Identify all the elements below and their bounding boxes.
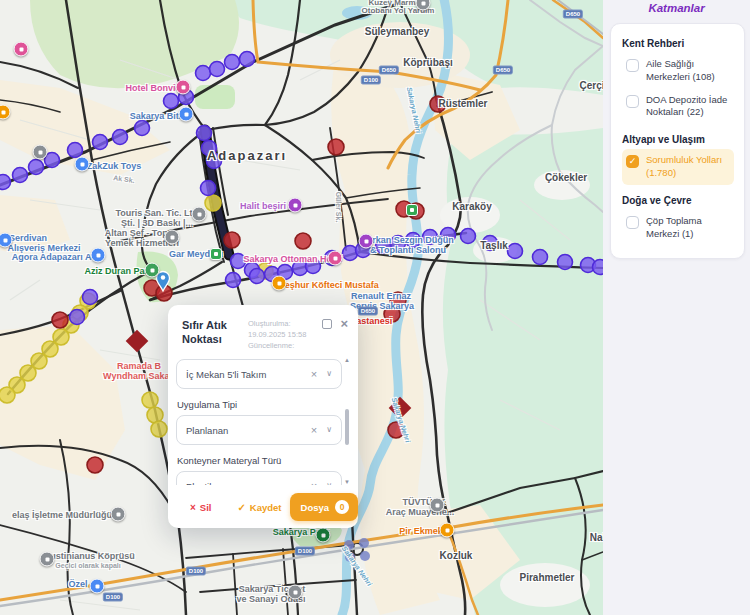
poi-hotel-bonvie-icon[interactable] xyxy=(176,80,191,95)
map-label: Özel xyxy=(68,579,87,589)
road-shield: D650 xyxy=(493,66,513,75)
poi-ozel-icon[interactable] xyxy=(90,579,105,594)
map-label: Süleymanbey xyxy=(365,26,429,37)
map-label: Renault Ernaz xyxy=(351,291,411,301)
checkbox-icon[interactable] xyxy=(626,59,639,72)
layer-label: DOA Depozito İade Noktaları (22) xyxy=(646,94,730,120)
map-label: Touris San. Tic. Ltd. xyxy=(115,208,200,218)
field-label: Konteyner Materyal Türü xyxy=(177,455,342,466)
poi-isletme-mudurlugu-icon[interactable] xyxy=(111,507,126,522)
poi-aziz-duran-parki-icon[interactable] xyxy=(145,263,160,278)
map-label: Güler Sk. xyxy=(335,192,342,223)
popup-form-scroll-area[interactable]: Konteyner Ebadıİç Mekan 5'li Takım×∨Uygu… xyxy=(176,357,352,485)
poi-erkan-sezgin-salon-icon[interactable] xyxy=(359,234,374,249)
select-value: İç Mekan 5'li Takım xyxy=(186,369,266,380)
road-shield: D100 xyxy=(186,567,206,576)
poi-tuvturk-icon[interactable] xyxy=(430,498,445,513)
poi-justinianus-koprusu-icon[interactable] xyxy=(40,552,55,567)
select-field[interactable]: Planlanan×∨ xyxy=(176,415,342,445)
scroll-down-icon[interactable]: ▼ xyxy=(344,479,350,485)
file-count-badge: 0 xyxy=(335,500,349,514)
delete-button[interactable]: × Sil xyxy=(186,498,215,517)
clear-icon[interactable]: × xyxy=(311,425,317,435)
layer-toggle-row[interactable]: Çöp Toplama Merkezi (1) xyxy=(622,210,734,246)
map-label: Köprübaşı xyxy=(403,57,452,68)
map-label: ZakZuk Toys xyxy=(87,161,141,171)
app-root: AdapazarıSüleymanbeyKöprübaşıRüstemlerÇe… xyxy=(0,0,750,615)
clear-icon[interactable]: × xyxy=(311,369,317,379)
poi-orange-left-icon[interactable] xyxy=(0,105,11,120)
sidebar-title: Katmanlar xyxy=(603,2,750,14)
road-shield: D650 xyxy=(358,307,378,316)
checkbox-icon[interactable] xyxy=(626,95,639,108)
map-label: Sakarya Nehri xyxy=(341,545,374,587)
poi-zakzuk-toys-icon[interactable] xyxy=(75,157,90,172)
expand-icon[interactable] xyxy=(322,319,332,329)
map-label: Halit beşiri xyxy=(240,201,286,211)
map-label: Geçici olarak kapalı xyxy=(55,562,120,569)
map-label: Rüstemler xyxy=(439,98,488,109)
select-field[interactable]: Plastik×∨ xyxy=(176,471,342,485)
save-check-icon: ✓ xyxy=(237,502,245,513)
checkbox-icon[interactable] xyxy=(626,216,639,229)
scrollbar-thumb[interactable] xyxy=(345,409,349,445)
map-label: Adapazarı xyxy=(207,148,287,163)
file-button[interactable]: Dosya 0 xyxy=(290,493,359,521)
layer-label: Çöp Toplama Merkezi (1) xyxy=(646,215,730,241)
scroll-up-icon[interactable]: ▲ xyxy=(344,357,350,363)
chevron-down-icon[interactable]: ∨ xyxy=(326,482,332,485)
map-label: Nak xyxy=(590,532,603,543)
map-label: Çerçi xyxy=(579,80,603,91)
map-label: Taşlık xyxy=(480,240,508,251)
map-label: Çökekler xyxy=(545,172,587,183)
poi-sakarya-ottoman-hotel-icon[interactable] xyxy=(328,251,343,266)
road-shield: D650 xyxy=(379,66,399,75)
popup-meta: Oluşturulma: 19.09.2025 15:58 Güncellenm… xyxy=(248,318,306,351)
poi-sakarya-bit-icon[interactable] xyxy=(179,107,194,122)
map-label: & Toplantı Salonu xyxy=(370,245,446,255)
chevron-down-icon[interactable]: ∨ xyxy=(326,426,332,434)
map-label: Şti. | 3D Baskı |... xyxy=(121,218,193,228)
road-shield: D100 xyxy=(295,547,315,556)
select-value: Plastik xyxy=(186,481,214,486)
poi-sigorta-icon[interactable] xyxy=(33,145,48,160)
layer-label: Sorumluluk Yolları (1.780) xyxy=(646,154,730,180)
field-label: Uygulama Tipi xyxy=(177,399,342,410)
poi-touris-3d-icon[interactable] xyxy=(192,207,207,222)
poi-hotel-icon[interactable] xyxy=(14,42,29,57)
created-value: 19.09.2025 15:58 xyxy=(248,329,306,340)
select-field[interactable]: İç Mekan 5'li Takım×∨ xyxy=(176,359,342,389)
chevron-down-icon[interactable]: ∨ xyxy=(326,370,332,378)
save-label: Kaydet xyxy=(250,502,282,513)
layer-toggle-row[interactable]: Aile Sağlığı Merkezleri (108) xyxy=(622,53,734,89)
map-label: Serdivan xyxy=(9,233,47,243)
poi-halit-besiri-icon[interactable] xyxy=(288,198,303,213)
layer-toggle-row[interactable]: ✓Sorumluluk Yolları (1.780) xyxy=(622,149,734,185)
poi-sakarya-park-icon[interactable] xyxy=(316,528,331,543)
layer-label: Aile Sağlığı Merkezleri (108) xyxy=(646,58,730,84)
delete-label: Sil xyxy=(200,502,212,513)
map-label: Sakarya Nehri xyxy=(390,397,411,444)
poi-green-square-gar-icon[interactable] xyxy=(210,248,222,260)
checkbox-checked-icon[interactable]: ✓ xyxy=(626,155,639,168)
scrollbar[interactable]: ▲ ▼ xyxy=(343,357,351,485)
poi-pir-ekmek-icon[interactable] xyxy=(440,523,455,538)
layer-group-heading: Kent Rehberi xyxy=(622,38,734,49)
poi-green-square-karakoy-icon[interactable] xyxy=(406,204,418,216)
poi-altan-sef-icon[interactable] xyxy=(165,230,180,245)
poi-mesur-kofteci-icon[interactable] xyxy=(272,276,287,291)
poi-sakarya-ticaret-odasi-icon[interactable] xyxy=(288,585,303,600)
save-button[interactable]: ✓ Kaydet xyxy=(233,498,285,517)
map-label: Ramada B xyxy=(117,361,161,371)
close-icon[interactable]: × xyxy=(340,319,348,329)
popup-header: Sıfır Atık Noktası Oluşturulma: 19.09.20… xyxy=(168,305,358,351)
map-label: Kozluk xyxy=(440,550,473,561)
clear-icon[interactable]: × xyxy=(311,481,317,485)
poi-agora-avm-icon[interactable] xyxy=(91,248,106,263)
layer-toggle-row[interactable]: DOA Depozito İade Noktaları (22) xyxy=(622,89,734,125)
delete-x-icon: × xyxy=(190,502,196,513)
road-shield: D100 xyxy=(361,76,381,85)
map-label: Araç Muayene... xyxy=(386,507,455,517)
popup-title: Sıfır Atık Noktası xyxy=(182,318,240,351)
map-label: Ak Sk. xyxy=(113,174,135,184)
